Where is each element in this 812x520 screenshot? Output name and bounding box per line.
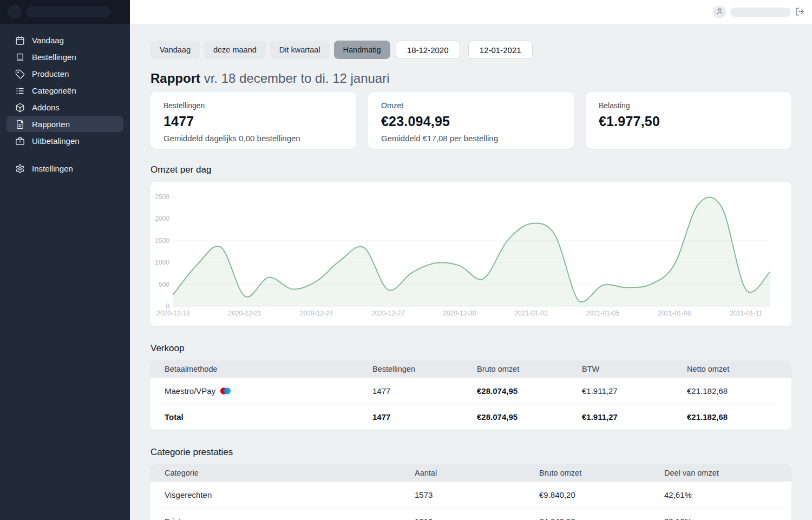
stat-card-belasting: Belasting €1.977,50	[586, 92, 791, 149]
column-header-btw: BTW	[582, 365, 687, 373]
logo-placeholder	[8, 5, 22, 19]
store-name-placeholder	[26, 6, 110, 17]
table-cell: €4.642,60	[539, 517, 664, 520]
table-cell: 1477	[372, 386, 477, 396]
categorie-prestaties-heading: Categorie prestaties	[150, 447, 791, 458]
stat-subtext: Gemiddeld dagelijks 0,00 bestellingen	[163, 134, 343, 143]
stat-label: Omzet	[381, 101, 561, 110]
sidebar-item-instellingen[interactable]: Instellingen	[6, 161, 123, 176]
sidebar-item-uitbetalingen[interactable]: Uitbetalingen	[6, 133, 123, 149]
page-title: Rapport vr. 18 december to di. 12 januar…	[150, 70, 791, 87]
table-row-maestro-vpay: Maestro/VPay1477€28.074,95€1.911,27€21.1…	[150, 378, 791, 404]
table-cell: €28.074,95	[477, 386, 582, 396]
user-avatar-button[interactable]	[713, 5, 726, 18]
cube-icon	[15, 103, 25, 113]
table-cell: €28.074,95	[477, 412, 582, 422]
svg-text:2000: 2000	[155, 215, 169, 222]
svg-text:2020-12-27: 2020-12-27	[371, 310, 405, 317]
svg-text:500: 500	[159, 281, 169, 288]
report-title: Rapport	[150, 71, 200, 85]
stat-card-bestellingen: Bestellingen 1477 Gemiddeld dagelijks 0,…	[150, 92, 356, 149]
sidebar-header	[0, 0, 130, 24]
stat-subtext: Gemiddeld €17,08 per bestelling	[381, 134, 561, 143]
svg-text:1500: 1500	[155, 237, 169, 245]
table-row-friet: Friet1210€4.642,6020,10%	[150, 508, 791, 520]
svg-text:2021-01-11: 2021-01-11	[730, 310, 763, 317]
table-cell: €21.182,68	[687, 412, 791, 422]
sidebar-item-rapporten[interactable]: Rapporten	[6, 116, 123, 132]
book-icon	[15, 52, 25, 62]
table-cell: €1.911,27	[582, 412, 687, 422]
tag-icon	[15, 69, 25, 79]
user-icon	[716, 7, 724, 17]
sidebar-item-label: Producten	[32, 69, 69, 78]
svg-text:2020-12-24: 2020-12-24	[300, 310, 333, 317]
sidebar-settings: Instellingen	[0, 149, 130, 176]
table-header-row: BetaalmethodeBestellingenBruto omzetBTWN…	[150, 360, 791, 378]
svg-text:2020-12-30: 2020-12-30	[443, 310, 476, 317]
table-cell: 20,10%	[664, 517, 791, 520]
filter-button-handmatig[interactable]: Handmatig	[334, 41, 390, 59]
table-cell: €1.911,27	[582, 386, 687, 396]
sidebar-item-label: Rapporten	[32, 120, 70, 129]
date-from-input[interactable]	[396, 41, 460, 59]
sidebar-item-label: Vandaag	[32, 36, 64, 45]
table-cell: 1573	[415, 490, 539, 499]
topbar	[130, 0, 812, 24]
table-cell: €9.840,20	[539, 490, 664, 499]
logout-icon	[795, 7, 804, 17]
svg-text:2021-01-05: 2021-01-05	[586, 310, 620, 317]
table-total-row: Total1477€28.074,95€1.911,27€21.182,68	[150, 404, 791, 430]
sidebar-item-label: Instellingen	[32, 164, 73, 173]
filter-button-vandaag[interactable]: Vandaag	[150, 41, 200, 59]
svg-text:1000: 1000	[155, 259, 169, 266]
sidebar-item-categorieen[interactable]: Categorieën	[6, 83, 123, 98]
table-cell: Visgerechten	[150, 490, 415, 499]
verkoop-heading: Verkoop	[150, 343, 791, 354]
sidebar-item-addons[interactable]: Addons	[6, 100, 123, 115]
stat-value: €23.094,95	[381, 114, 561, 129]
list-icon	[15, 86, 25, 96]
table-cell: 1210	[415, 517, 539, 520]
column-header-categorie: Categorie	[150, 469, 415, 477]
sidebar-item-label: Categorieën	[32, 86, 76, 95]
column-header-bestellingen: Bestellingen	[372, 365, 477, 373]
stat-label: Belasting	[599, 101, 778, 110]
table-cell: €21.182,68	[687, 386, 791, 396]
report-date-range: vr. 18 december to di. 12 januari	[204, 71, 390, 85]
main-area: Vandaagdeze maandDit kwartaalHandmatig R…	[130, 0, 812, 520]
sidebar-nav: VandaagBestellingenProductenCategorieënA…	[0, 24, 130, 149]
document-icon	[15, 120, 25, 129]
sidebar-item-vandaag[interactable]: Vandaag	[6, 32, 123, 48]
stat-value: 1477	[163, 114, 343, 129]
sidebar-item-label: Addons	[32, 103, 60, 112]
svg-text:2500: 2500	[155, 193, 169, 201]
date-filter-bar: Vandaagdeze maandDit kwartaalHandmatig	[150, 41, 791, 59]
payment-method-label: Maestro/VPay	[165, 386, 215, 396]
column-header-netto-omzet: Netto omzet	[687, 365, 791, 373]
stat-value: €1.977,50	[599, 114, 778, 129]
logout-button[interactable]	[795, 7, 805, 17]
table-row-visgerechten: Visgerechten1573€9.840,2042,61%	[150, 482, 791, 508]
table-cell: 1477	[372, 412, 477, 422]
filter-button-dit-kwartaal[interactable]: Dit kwartaal	[270, 41, 330, 59]
svg-text:2021-01-08: 2021-01-08	[658, 310, 691, 317]
date-to-input[interactable]	[468, 41, 533, 59]
briefcase-icon	[15, 136, 25, 146]
maestro-vpay-icon	[220, 387, 231, 395]
sidebar: VandaagBestellingenProductenCategorieënA…	[0, 0, 130, 520]
report-content: Vandaagdeze maandDit kwartaalHandmatig R…	[130, 24, 812, 520]
chart-heading: Omzet per dag	[150, 164, 791, 175]
categorie-prestaties-table: CategorieAantalBruto omzetDeel van omzet…	[150, 464, 791, 520]
sidebar-item-label: Uitbetalingen	[32, 136, 80, 146]
table-cell: Friet	[150, 517, 415, 520]
column-header-aantal: Aantal	[415, 469, 539, 477]
sidebar-item-bestellingen[interactable]: Bestellingen	[6, 49, 123, 65]
sidebar-item-producten[interactable]: Producten	[6, 66, 123, 82]
sidebar-item-label: Bestellingen	[32, 52, 76, 62]
column-header-deel-van-omzet: Deel van omzet	[664, 469, 791, 477]
stat-cards: Bestellingen 1477 Gemiddeld dagelijks 0,…	[150, 92, 791, 149]
column-header-bruto-omzet: Bruto omzet	[539, 469, 664, 477]
filter-button-deze-maand[interactable]: deze maand	[204, 41, 266, 59]
svg-text:0: 0	[166, 302, 169, 310]
